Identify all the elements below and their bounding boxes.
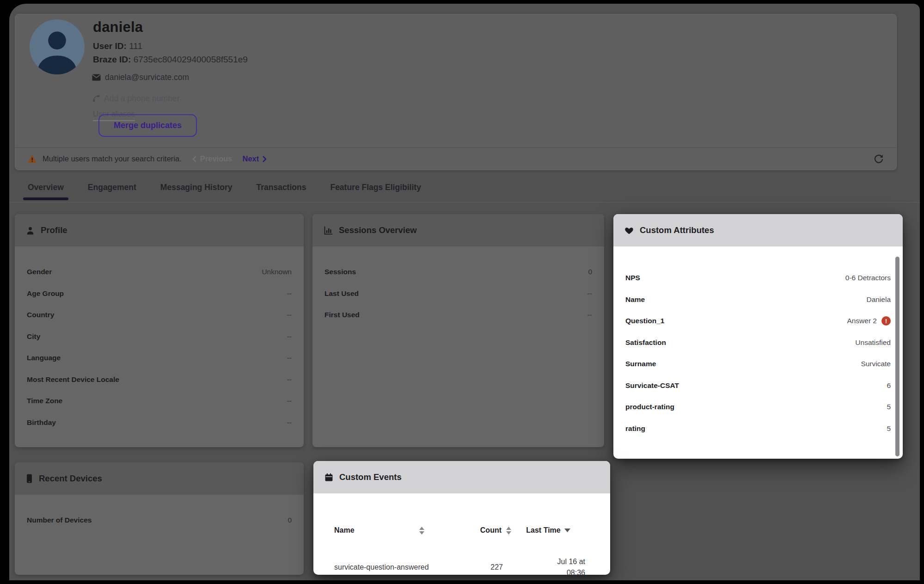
braze-id-value: 6735ec804029400058f551e9 — [134, 55, 248, 64]
add-phone-link[interactable]: Add a phone number — [92, 94, 179, 104]
row-value: Answer 2 — [847, 317, 877, 325]
attribute-row: SurnameSurvicate — [625, 353, 891, 375]
attribute-row: rating5 — [625, 418, 891, 440]
row-value: -- — [287, 354, 292, 362]
row-label: Last Used — [324, 289, 359, 298]
user-id-label: User ID: — [93, 41, 127, 51]
tab-label: Transactions — [256, 183, 306, 192]
row-value: -- — [287, 375, 292, 384]
warning-icon — [27, 154, 37, 163]
row-label: First Used — [324, 311, 360, 319]
card-title: Custom Events — [339, 472, 402, 482]
tab-label: Feature Flags Eligibility — [330, 183, 421, 192]
profile-card-body: GenderUnknown Age Group-- Country-- City… — [15, 246, 304, 433]
tab-engagement[interactable]: Engagement — [88, 177, 136, 202]
tab-overview[interactable]: Overview — [28, 177, 64, 202]
row-label: Country — [27, 311, 54, 319]
custom-events-table-header: Name Count Last Time — [334, 516, 585, 545]
sessions-row: Last Used-- — [324, 283, 592, 305]
row-label: Satisfaction — [625, 338, 666, 347]
scrollbar-thumb[interactable] — [895, 257, 900, 456]
email-line: daniela@survicate.com — [92, 73, 189, 82]
sessions-card-header: Sessions Overview — [312, 214, 604, 246]
custom-events-table: Name Count Last Time — [313, 493, 610, 578]
row-label: Surname — [625, 360, 656, 368]
row-value: 0-6 Detractors — [845, 274, 891, 282]
custom-attributes-card-header: Custom Attributes — [613, 214, 903, 246]
row-value: -- — [287, 311, 292, 319]
active-tab-underline — [23, 197, 68, 200]
user-id-value: 111 — [129, 41, 142, 51]
card-title: Custom Attributes — [640, 225, 714, 235]
row-label: Time Zone — [27, 397, 62, 405]
tab-transactions[interactable]: Transactions — [256, 177, 306, 202]
user-header-card: daniela User ID: 111 Braze ID: 6735ec804… — [15, 14, 897, 170]
braze-id-line: Braze ID: 6735ec804029400058f551e9 — [93, 55, 248, 65]
sessions-overview-card: Sessions Overview Sessions0 Last Used-- … — [312, 214, 604, 447]
column-label: Last Time — [526, 525, 560, 536]
attribute-row: NameDaniela — [625, 289, 891, 311]
sort-icon — [419, 527, 424, 535]
profile-card: Profile GenderUnknown Age Group-- Countr… — [15, 214, 304, 447]
event-last-time-date: Jul 16 at — [520, 556, 585, 567]
profile-tabs: Overview Engagement Messaging History Tr… — [9, 177, 920, 203]
custom-events-card: Custom Events Name Count — [313, 461, 610, 575]
event-name: survicate-question-answered — [334, 563, 442, 572]
tab-messaging-history[interactable]: Messaging History — [160, 177, 233, 202]
duplicate-users-alert-bar: Multiple users match your search criteri… — [15, 148, 896, 170]
email-value: daniela@survicate.com — [105, 73, 189, 82]
row-label: Most Recent Device Locale — [27, 375, 119, 384]
row-label: Birthday — [27, 418, 56, 427]
error-icon[interactable]: ! — [881, 316, 891, 326]
card-title: Sessions Overview — [339, 225, 417, 235]
bar-chart-icon — [324, 226, 333, 235]
sort-icon — [506, 527, 511, 535]
row-label: Gender — [27, 268, 52, 276]
next-user-button[interactable]: Next — [242, 154, 267, 163]
row-value: -- — [287, 289, 292, 298]
row-value: Daniela — [866, 295, 891, 304]
column-header-last-time[interactable]: Last Time — [511, 525, 585, 536]
row-label: Language — [27, 354, 61, 362]
heart-icon — [624, 226, 634, 234]
next-label: Next — [242, 154, 259, 163]
event-last-time: Jul 16 at 08:36 — [511, 556, 585, 578]
row-value: 5 — [887, 424, 891, 433]
recent-devices-card-body: Number of Devices0 — [15, 495, 304, 531]
user-profile-page: daniela User ID: 111 Braze ID: 6735ec804… — [9, 4, 920, 580]
attribute-row: SatisfactionUnsatisfied — [625, 332, 891, 354]
row-value: -- — [587, 289, 592, 298]
merge-duplicates-button[interactable]: Merge duplicates — [98, 114, 197, 137]
device-row: Number of Devices0 — [27, 510, 292, 531]
attribute-row: Survicate-CSAT6 — [625, 375, 891, 397]
profile-row: Birthday-- — [27, 412, 292, 434]
row-label: Number of Devices — [27, 516, 92, 524]
profile-card-header: Profile — [15, 214, 304, 246]
tab-feature-flags-eligibility[interactable]: Feature Flags Eligibility — [330, 177, 421, 202]
column-header-name[interactable]: Name — [334, 526, 442, 535]
person-icon — [26, 226, 35, 235]
column-header-count[interactable]: Count — [442, 526, 511, 535]
row-label: product-rating — [625, 403, 674, 411]
row-label: Question_1 — [625, 317, 664, 325]
profile-row: GenderUnknown — [27, 261, 292, 283]
row-value: -- — [587, 311, 592, 319]
screen: daniela User ID: 111 Braze ID: 6735ec804… — [0, 0, 924, 584]
user-name: daniela — [93, 19, 143, 36]
attribute-row: Question_1 Answer 2 ! — [625, 310, 891, 332]
column-label: Count — [480, 526, 502, 535]
refresh-button[interactable] — [873, 154, 884, 165]
chevron-left-icon — [192, 155, 197, 163]
sort-desc-icon — [564, 529, 570, 532]
row-value: 0 — [588, 268, 592, 276]
row-label: Sessions — [324, 268, 356, 276]
mobile-device-icon — [26, 474, 33, 483]
row-label: Survicate-CSAT — [625, 381, 679, 390]
attribute-row: NPS0-6 Detractors — [625, 267, 891, 289]
row-value: 0 — [288, 516, 292, 524]
previous-user-button[interactable]: Previous — [192, 154, 233, 163]
row-label: Name — [625, 295, 645, 304]
row-label: City — [27, 332, 40, 341]
refresh-icon — [873, 154, 884, 165]
tab-label: Overview — [28, 183, 64, 192]
